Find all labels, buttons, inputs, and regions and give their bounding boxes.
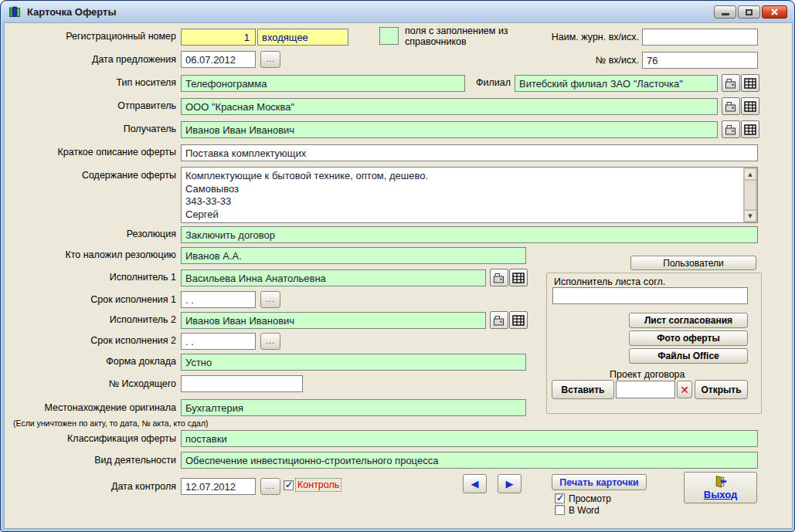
branch-cardfile-button[interactable] — [722, 74, 740, 92]
label-recipient: Получатель — [6, 124, 176, 134]
journal-name-field[interactable] — [642, 29, 758, 46]
activity-field[interactable]: Обеспечение инвестиционно-строительного … — [181, 452, 758, 469]
label-classification: Классификация оферты — [6, 433, 176, 444]
users-button[interactable]: Пользователи — [630, 256, 756, 270]
scroll-up-button[interactable]: ▲ — [744, 168, 756, 180]
card-file-icon — [493, 314, 505, 327]
scroll-down-button[interactable]: ▼ — [744, 210, 756, 222]
deadline1-field[interactable]: . . — [181, 291, 256, 308]
reg-direction-field[interactable]: входящее — [257, 29, 348, 46]
label-outgoing-no: № Исходящего — [6, 378, 176, 389]
approval-executor-field[interactable] — [552, 287, 748, 304]
label-sender: Отправитель — [6, 100, 176, 111]
scrollbar-thumb[interactable] — [744, 180, 756, 210]
label-media-type: Тип носителя — [6, 77, 176, 88]
table-icon — [744, 78, 756, 89]
delete-icon: ✕ — [680, 384, 689, 396]
label-contract-draft: Проект договора — [610, 369, 685, 380]
close-button[interactable] — [762, 5, 787, 19]
table-icon — [744, 101, 756, 112]
deadline1-picker-button[interactable]: ... — [260, 291, 280, 308]
offer-card-window: Карточка Оферты Регистрационный номер Да… — [0, 0, 795, 532]
label-offer-date: Дата предложения — [6, 54, 176, 65]
delete-contract-button[interactable]: ✕ — [677, 381, 692, 398]
label-approval-executor: Исполнитель листа согл. — [554, 276, 665, 287]
card-file-icon — [725, 124, 737, 136]
resolution-by-field[interactable]: Иванов А.А. — [181, 247, 526, 264]
titlebar[interactable]: Карточка Оферты — [2, 2, 793, 22]
minimize-button[interactable] — [714, 5, 736, 19]
arrow-left-icon: ◀ — [471, 478, 479, 490]
deadline2-picker-button[interactable]: ... — [260, 333, 280, 350]
preview-checkbox[interactable] — [555, 493, 565, 503]
card-file-icon — [493, 272, 505, 284]
classification-field[interactable]: поставки — [181, 430, 758, 447]
next-record-button[interactable]: ▶ — [498, 474, 522, 493]
offer-photo-button[interactable]: Фото оферты — [629, 330, 748, 346]
executor2-cardfile-button[interactable] — [490, 311, 508, 329]
label-io-number: № вх/исх. — [501, 55, 639, 66]
media-type-field[interactable]: Телефонограмма — [181, 75, 465, 92]
reg-number-field[interactable]: 1 — [181, 29, 256, 46]
short-desc-field[interactable]: Поставка комплектующих — [181, 144, 758, 161]
label-original-location: Местонахождение оригинала — [6, 402, 176, 413]
control-date-field[interactable]: 12.07.2012 — [181, 478, 256, 495]
label-executor2: Исполнитель 2 — [6, 314, 176, 325]
restore-button[interactable] — [738, 5, 760, 19]
branch-field[interactable]: Витебский филиал ЗАО "Ласточка" — [515, 75, 718, 92]
label-content: Содержание оферты — [6, 170, 176, 181]
recipient-field[interactable]: Иванов Иван Иванович — [181, 121, 718, 138]
control-checkbox[interactable] — [284, 480, 294, 490]
approval-sheet-button[interactable]: Лист согласования — [629, 313, 748, 328]
word-checkbox[interactable] — [555, 505, 565, 515]
sender-field[interactable]: ООО "Красная Москва" — [181, 98, 718, 115]
branch-table-button[interactable] — [741, 74, 759, 92]
outgoing-no-field[interactable] — [181, 375, 303, 392]
table-icon — [512, 315, 525, 326]
office-files-button[interactable]: Файлы Office — [629, 348, 748, 364]
print-card-button[interactable]: Печать карточки — [552, 474, 647, 490]
offer-date-field[interactable]: 06.07.2012 — [181, 51, 256, 68]
insert-button[interactable]: Вставить — [552, 380, 614, 399]
label-report-form: Форма доклада — [6, 356, 176, 367]
open-button[interactable]: Открыть — [695, 380, 748, 399]
original-location-field[interactable]: Бухгалтерия — [181, 399, 526, 416]
label-reg-number: Регистрационный номер — [6, 31, 176, 42]
prev-record-button[interactable]: ◀ — [463, 474, 487, 493]
table-icon — [512, 273, 525, 283]
executor2-table-button[interactable] — [509, 311, 528, 329]
label-resolution-by: Кто наложил резолюцию — [6, 249, 176, 260]
executor2-field[interactable]: Иванов Иван Иванович — [181, 312, 486, 329]
executor1-cardfile-button[interactable] — [490, 269, 508, 286]
resolution-field[interactable]: Заключить договор — [181, 226, 758, 243]
report-form-field[interactable]: Устно — [181, 354, 526, 371]
contract-draft-field[interactable] — [616, 381, 675, 398]
exit-door-icon — [714, 475, 727, 488]
recipient-table-button[interactable] — [741, 120, 759, 138]
executor1-table-button[interactable] — [509, 269, 528, 286]
control-label: Контроль — [295, 478, 341, 492]
close-icon — [770, 8, 779, 16]
deadline2-field[interactable]: . . — [181, 333, 256, 350]
control-date-picker-button[interactable]: ... — [260, 478, 280, 495]
label-journal-name: Наим. журн. вх/исх. — [501, 32, 639, 42]
label-resolution: Резолюция — [6, 229, 176, 239]
window-title: Карточка Оферты — [27, 6, 117, 18]
restore-icon — [746, 9, 753, 15]
offer-date-picker-button[interactable]: ... — [260, 51, 280, 68]
executor1-field[interactable]: Васильева Инна Анатольевна — [181, 269, 486, 286]
table-icon — [744, 124, 756, 135]
content-textarea[interactable]: Комплектующие к бытовой технике, оптом, … — [181, 167, 758, 223]
recipient-cardfile-button[interactable] — [722, 120, 740, 138]
content-scrollbar[interactable]: ▲ ▼ — [743, 168, 757, 222]
books-icon — [8, 5, 22, 19]
legend-swatch — [379, 27, 399, 45]
sender-table-button[interactable] — [741, 97, 759, 115]
exit-button[interactable]: Выход — [684, 472, 757, 503]
label-deadline1: Срок исполнения 1 — [6, 294, 176, 305]
sender-cardfile-button[interactable] — [722, 97, 740, 115]
destroyed-note: (Если уничтожен по акту, то дата, № акта… — [13, 418, 209, 428]
minimize-icon — [722, 13, 729, 15]
io-number-field[interactable]: 76 — [642, 52, 758, 69]
label-executor1: Исполнитель 1 — [6, 272, 176, 283]
